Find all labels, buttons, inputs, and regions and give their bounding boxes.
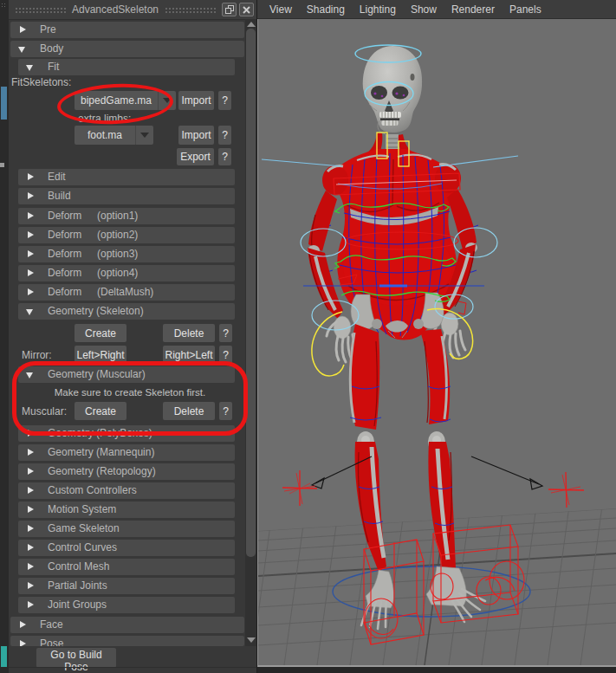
collapsed-arrow-icon	[28, 231, 34, 238]
scrollbar-thumb[interactable]	[246, 29, 256, 557]
skeleton-create-button[interactable]: Create	[75, 324, 126, 342]
muscular-label: Muscular:	[22, 405, 67, 417]
section-fit[interactable]: Fit	[18, 59, 235, 75]
collapsed-arrow-icon	[28, 525, 34, 532]
collapsed-arrow-icon	[28, 487, 34, 494]
rail-tick	[0, 163, 4, 167]
skeleton-delete-button[interactable]: Delete	[163, 324, 215, 342]
restore-icon	[225, 5, 234, 14]
panel-title: AdvancedSkeleton	[72, 3, 159, 16]
section-edit[interactable]: Edit	[18, 169, 235, 185]
collapsed-arrow-icon	[28, 250, 34, 257]
section-deform-deltamush[interactable]: Deform (DeltaMush)	[18, 284, 235, 301]
expanded-arrow-icon	[26, 309, 33, 315]
section-deform-option1[interactable]: Deform (option1)	[18, 208, 235, 224]
collapsed-arrow-icon	[28, 173, 34, 180]
section-control-mesh[interactable]: Control Mesh	[18, 559, 235, 575]
go-to-build-pose-button[interactable]: Go to Build Pose	[36, 648, 116, 668]
section-geometry-mannequin[interactable]: Geometry (Mannequin)	[18, 444, 235, 461]
collapsed-arrow-icon	[20, 621, 26, 628]
section-joint-groups[interactable]: Joint Groups	[18, 597, 235, 613]
chevron-down-icon	[135, 126, 153, 145]
rail-blue-segment[interactable]	[1, 87, 7, 120]
mirror-left-right-button[interactable]: Left>Right	[75, 346, 126, 364]
export-button[interactable]: Export	[177, 148, 214, 165]
scroll-up-button[interactable]	[246, 20, 256, 29]
section-pose[interactable]: Pose	[10, 636, 244, 646]
section-build[interactable]: Build	[18, 188, 235, 204]
help-muscular-button[interactable]: ?	[219, 402, 232, 420]
help-import-skeleton-button[interactable]: ?	[218, 91, 231, 110]
section-partial-joints[interactable]: Partial Joints	[18, 578, 235, 594]
menu-view[interactable]: View	[269, 3, 292, 16]
collapsed-arrow-icon	[20, 26, 26, 33]
expanded-arrow-icon	[26, 65, 33, 71]
collapsed-arrow-icon	[28, 212, 34, 219]
collapsed-arrow-icon	[28, 192, 34, 199]
collapsed-arrow-icon	[28, 582, 34, 589]
fitskeleton-dropdown-value: bipedGame.ma	[75, 91, 158, 110]
section-deform-option3[interactable]: Deform (option3)	[18, 246, 235, 262]
close-button[interactable]	[239, 3, 254, 16]
titlebar-grip-dots	[165, 7, 216, 13]
scroll-down-button[interactable]	[246, 636, 256, 644]
menu-renderer[interactable]: Renderer	[451, 3, 495, 16]
collapsed-arrow-icon	[28, 288, 34, 295]
fitskeletons-label: FitSkeletons:	[11, 76, 71, 88]
collapsed-arrow-icon	[28, 449, 34, 456]
advancedskeleton-panel: AdvancedSkeleton Pre Body Fit	[9, 0, 256, 673]
import-limb-button[interactable]: Import	[178, 126, 214, 145]
knee-arrows	[312, 456, 542, 489]
undock-button[interactable]	[222, 3, 237, 16]
section-face[interactable]: Face	[10, 617, 244, 633]
section-geometry-polyboxes[interactable]: Geometry (PolyBoxes)	[18, 425, 235, 442]
panel-bottom-divider	[9, 667, 256, 668]
section-deform-option4[interactable]: Deform (option4)	[18, 265, 235, 281]
viewport-menubar: View Shading Lighting Show Renderer Pane…	[257, 0, 616, 19]
extra-limb-dropdown[interactable]: foot.ma	[75, 126, 153, 145]
viewport-3d-scene[interactable]	[257, 19, 616, 667]
section-deform-option2[interactable]: Deform (option2)	[18, 227, 235, 243]
section-geometry-skeleton[interactable]: Geometry (Skeleton)	[18, 303, 235, 320]
import-skeleton-button[interactable]: Import	[178, 91, 214, 110]
menu-lighting[interactable]: Lighting	[360, 3, 396, 16]
section-control-curves[interactable]: Control Curves	[18, 540, 235, 556]
section-geometry-retopology[interactable]: Geometry (Retopology)	[18, 463, 235, 480]
triangle-up-icon	[247, 22, 256, 27]
menu-panels[interactable]: Panels	[509, 3, 541, 16]
section-pre[interactable]: Pre	[10, 22, 244, 38]
section-body[interactable]: Body	[10, 41, 244, 57]
collapsed-arrow-icon	[28, 468, 34, 475]
collapsed-arrow-icon	[28, 544, 34, 551]
section-game-skeleton[interactable]: Game Skeleton	[18, 521, 235, 537]
collapsed-arrow-icon	[28, 601, 34, 608]
menu-shading[interactable]: Shading	[307, 3, 345, 16]
scene-svg	[258, 19, 616, 665]
panel-titlebar[interactable]: AdvancedSkeleton	[9, 0, 256, 20]
help-skeleton-button[interactable]: ?	[219, 324, 232, 342]
hip-red-marker	[458, 301, 466, 314]
collapsed-arrow-icon	[20, 640, 26, 646]
section-geometry-muscular[interactable]: Geometry (Muscular)	[18, 366, 235, 383]
help-export-button[interactable]: ?	[218, 148, 231, 165]
section-custom-controllers[interactable]: Custom Controllers	[18, 482, 235, 499]
menu-show[interactable]: Show	[411, 3, 437, 16]
advancedskeleton-app: AdvancedSkeleton Pre Body Fit	[0, 0, 616, 673]
help-mirror-button[interactable]: ?	[219, 346, 232, 364]
mirror-right-left-button[interactable]: Right>Left	[163, 346, 215, 364]
help-import-limb-button[interactable]: ?	[218, 126, 231, 145]
legs	[349, 324, 456, 573]
rail-teal-segment[interactable]	[1, 646, 7, 667]
collapsed-arrow-icon	[28, 506, 34, 513]
muscular-delete-button[interactable]: Delete	[163, 402, 215, 420]
collapsed-arrow-icon	[28, 430, 34, 437]
fitskeleton-dropdown[interactable]: bipedGame.ma	[75, 91, 176, 110]
expanded-arrow-icon	[18, 47, 25, 53]
chevron-down-icon	[158, 91, 176, 110]
muscular-create-button[interactable]: Create	[75, 402, 126, 420]
extra-limb-dropdown-value: foot.ma	[75, 126, 135, 145]
extra-limbs-label: extra limbs:	[78, 113, 131, 125]
triangle-down-icon	[247, 637, 256, 643]
section-motion-system[interactable]: Motion System	[18, 502, 235, 518]
expanded-arrow-icon	[26, 372, 33, 379]
